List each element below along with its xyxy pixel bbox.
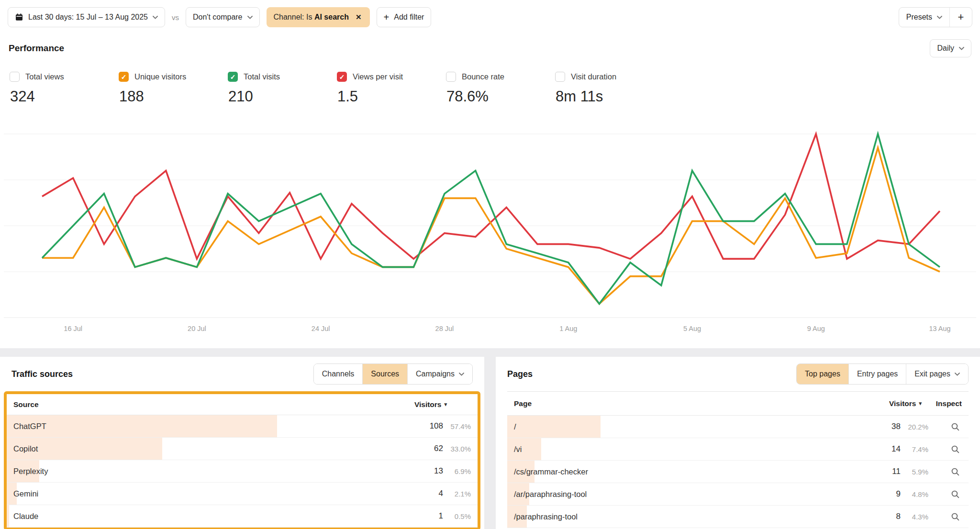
- row-label[interactable]: /paraphrasing-tool: [514, 512, 879, 521]
- metric-total-visits: ✓Total visits210: [228, 72, 337, 105]
- table-row[interactable]: /ar/paraphrasing-tool94.8%: [507, 483, 969, 506]
- compare-button[interactable]: Don't compare: [186, 7, 260, 27]
- filter-chip-label: Channel: Is AI search: [274, 13, 349, 22]
- tab-entry-pages[interactable]: Entry pages: [848, 364, 906, 384]
- add-preset-button[interactable]: +: [950, 8, 972, 27]
- table-row[interactable]: Copilot6233.0%: [7, 438, 478, 460]
- metric-views-per-visit: ✓Views per visit1.5: [337, 72, 446, 105]
- inspect-icon[interactable]: [928, 445, 962, 454]
- row-label[interactable]: Perplexity: [13, 467, 421, 476]
- channel-filter-chip[interactable]: Channel: Is AI search ✕: [267, 7, 370, 27]
- x-axis-label: 9 Aug: [807, 325, 825, 332]
- checkbox-checked-icon[interactable]: ✓: [119, 72, 129, 82]
- x-axis-label: 1 Aug: [559, 325, 577, 332]
- metric-value: 210: [228, 88, 337, 105]
- metric-label: Total visits: [244, 72, 280, 81]
- page-title: Performance: [9, 43, 64, 54]
- row-label[interactable]: /: [514, 422, 879, 431]
- row-percent: 6.9%: [443, 467, 471, 475]
- vs-label: vs: [172, 13, 179, 22]
- row-label[interactable]: Claude: [13, 512, 421, 521]
- row-bar: [7, 505, 9, 527]
- metric-visit-duration-checkbox[interactable]: Visit duration: [555, 72, 664, 82]
- sort-desc-icon: ▾: [444, 401, 447, 408]
- table-row[interactable]: /paraphrasing-tool84.3%: [507, 506, 969, 528]
- table-row[interactable]: Perplexity136.9%: [7, 460, 478, 483]
- metric-total-visits-checkbox[interactable]: ✓Total visits: [228, 72, 337, 82]
- calendar-icon: [15, 13, 23, 22]
- checkbox-checked-icon[interactable]: ✓: [228, 72, 238, 82]
- checkbox-checked-icon[interactable]: ✓: [337, 72, 347, 82]
- metric-total-views-checkbox[interactable]: Total views: [10, 72, 119, 82]
- tab-exit-pages[interactable]: Exit pages: [906, 364, 968, 384]
- metric-label: Bounce rate: [462, 72, 504, 81]
- tab-sources[interactable]: Sources: [362, 364, 407, 384]
- table-row[interactable]: /cs/grammar-checker115.9%: [507, 461, 969, 483]
- pages-tabs: Top pages Entry pages Exit pages: [796, 364, 969, 385]
- chevron-down-icon: [955, 373, 960, 376]
- x-axis-label: 13 Aug: [929, 325, 950, 332]
- inspect-icon[interactable]: [928, 512, 962, 521]
- sort-desc-icon: ▾: [919, 400, 922, 407]
- inspect-icon[interactable]: [928, 490, 962, 499]
- interval-select[interactable]: Daily: [930, 39, 971, 57]
- x-axis-label: 28 Jul: [435, 325, 454, 332]
- row-label[interactable]: /cs/grammar-checker: [514, 467, 879, 476]
- presets-button[interactable]: Presets: [899, 8, 950, 27]
- tab-channels[interactable]: Channels: [314, 364, 363, 384]
- metric-visit-duration: Visit duration8m 11s: [555, 72, 664, 105]
- table-header: Page Visitors ▾ Inspect: [507, 392, 969, 416]
- column-visitors-sort[interactable]: Visitors ▾: [889, 399, 928, 408]
- checkbox-unchecked-icon[interactable]: [555, 72, 565, 82]
- metric-value: 188: [119, 88, 228, 105]
- row-visitors: 108: [421, 421, 443, 431]
- metric-views-per-visit-checkbox[interactable]: ✓Views per visit: [337, 72, 446, 82]
- chevron-down-icon: [153, 16, 158, 19]
- metric-label: Views per visit: [353, 72, 403, 81]
- inspect-icon[interactable]: [928, 422, 962, 431]
- metric-bounce-rate: Bounce rate78.6%: [446, 72, 555, 105]
- row-percent: 4.8%: [901, 490, 928, 498]
- metric-bounce-rate-checkbox[interactable]: Bounce rate: [446, 72, 555, 82]
- plus-icon: +: [384, 12, 390, 22]
- metric-value: 78.6%: [446, 88, 555, 105]
- row-label[interactable]: Gemini: [13, 489, 421, 498]
- metric-unique-visitors-checkbox[interactable]: ✓Unique visitors: [119, 72, 228, 82]
- table-header: Source Visitors ▾: [7, 394, 478, 415]
- inspect-icon[interactable]: [928, 467, 962, 476]
- tab-campaigns[interactable]: Campaigns: [407, 364, 472, 384]
- table-row[interactable]: ChatGPT10857.4%: [7, 415, 478, 438]
- row-label[interactable]: /ar/paraphrasing-tool: [514, 490, 879, 499]
- row-visitors: 1: [421, 511, 443, 521]
- date-range-button[interactable]: Last 30 days: 15 Jul – 13 Aug 2025: [8, 7, 165, 27]
- row-label[interactable]: ChatGPT: [13, 422, 421, 431]
- metric-label: Unique visitors: [134, 72, 186, 81]
- table-row[interactable]: /3820.2%: [507, 416, 969, 438]
- remove-filter-icon[interactable]: ✕: [355, 12, 363, 22]
- row-label[interactable]: Copilot: [13, 444, 421, 453]
- row-visitors: 9: [879, 489, 901, 499]
- row-label[interactable]: /vi: [514, 445, 879, 454]
- table-row[interactable]: Claude10.5%: [7, 505, 478, 528]
- checkbox-unchecked-icon[interactable]: [10, 72, 20, 82]
- metric-label: Total views: [25, 72, 64, 81]
- row-visitors: 13: [421, 466, 443, 476]
- checkbox-unchecked-icon[interactable]: [446, 72, 456, 82]
- column-visitors-sort[interactable]: Visitors ▾: [414, 400, 471, 409]
- table-row[interactable]: /vi147.4%: [507, 438, 969, 461]
- filter-bar: Last 30 days: 15 Jul – 13 Aug 2025 vs Do…: [8, 7, 972, 28]
- highlighted-sources-table: Source Visitors ▾ ChatGPT10857.4%Copilot…: [4, 391, 480, 529]
- add-filter-button[interactable]: + Add filter: [377, 7, 432, 27]
- column-source: Source: [13, 400, 39, 409]
- row-percent: 4.3%: [901, 513, 928, 521]
- tab-top-pages[interactable]: Top pages: [797, 364, 848, 384]
- row-visitors: 38: [879, 422, 901, 431]
- metric-unique-visitors: ✓Unique visitors188: [119, 72, 228, 105]
- interval-label: Daily: [937, 44, 954, 53]
- pages-card: Pages Top pages Entry pages Exit pages P…: [496, 357, 980, 529]
- pages-rows: /3820.2%/vi147.4%/cs/grammar-checker115.…: [507, 416, 969, 528]
- table-row[interactable]: Gemini42.1%: [7, 483, 478, 505]
- compare-label: Don't compare: [193, 13, 243, 22]
- metrics-row: Total views324✓Unique visitors188✓Total …: [10, 72, 664, 105]
- bottom-panels: Traffic sources Channels Sources Campaig…: [0, 348, 980, 529]
